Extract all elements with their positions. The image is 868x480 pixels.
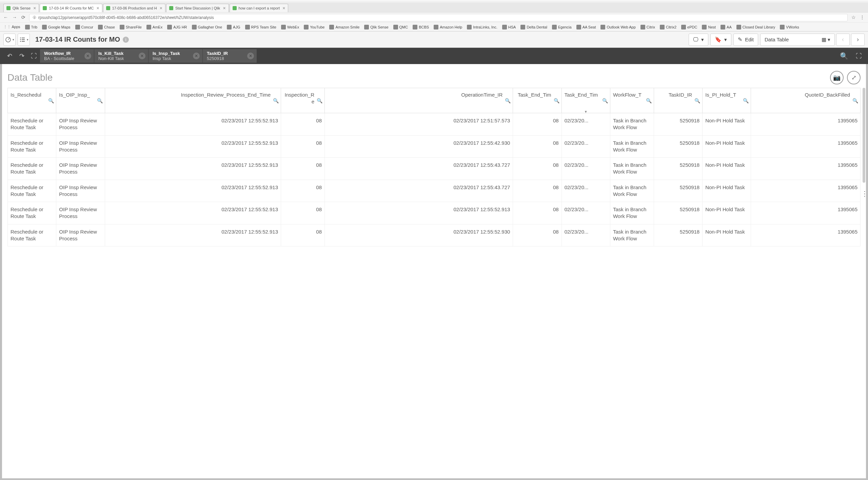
bookmark-item[interactable]: Citrix2 <box>660 25 676 29</box>
forward-button[interactable]: → <box>12 15 18 21</box>
browser-tab[interactable]: how can I export a report× <box>230 4 289 12</box>
table-row[interactable]: Reschedule or Route TaskOIP Insp Review … <box>8 113 861 136</box>
table-row[interactable]: Reschedule or Route TaskOIP Insp Review … <box>8 202 861 224</box>
bookmark-item[interactable]: AJG HR <box>167 25 187 29</box>
column-header[interactable]: Inspection_Review_Process_End_Time🔍 <box>105 88 281 113</box>
column-search-icon[interactable]: 🔍 <box>852 98 858 103</box>
bookmark-item[interactable]: HSA <box>502 25 516 29</box>
sheet-selector[interactable]: Data Table▦ ▾ <box>760 34 835 46</box>
bookmark-item[interactable]: QMC <box>393 25 408 29</box>
bookmark-item[interactable]: ePDC <box>681 25 697 29</box>
column-search-icon[interactable]: 🔍 <box>694 98 700 103</box>
column-header[interactable]: Task_End_Tim🔍▼ <box>561 88 610 113</box>
selection-clear-icon[interactable]: ✕ <box>247 53 254 59</box>
menu-icon[interactable]: ⋮ <box>859 15 865 21</box>
bookmark-item[interactable]: Closed Deal Library <box>736 25 775 29</box>
nav-menu-button[interactable] <box>3 34 16 46</box>
bookmark-item[interactable]: VWorks <box>780 25 799 29</box>
column-search-icon[interactable]: 🔍 <box>505 98 511 103</box>
bookmark-item[interactable]: Trib <box>25 25 38 29</box>
present-button[interactable]: 🖵▾ <box>689 34 708 46</box>
tab-close-icon[interactable]: × <box>96 5 99 11</box>
column-header[interactable]: Is_OIP_Insp_🔍 <box>56 88 105 113</box>
snapshot-button[interactable]: 📷 <box>830 71 844 84</box>
selection-clear-icon[interactable]: ✕ <box>84 53 91 59</box>
reload-button[interactable]: ⟳ <box>20 15 26 21</box>
selection-clear-icon[interactable]: ✕ <box>139 53 145 59</box>
bookmark-item[interactable]: Chase <box>98 25 115 29</box>
bookmark-item[interactable]: IntraLinks, Inc. <box>467 25 497 29</box>
selections-tool-button[interactable]: ⛶ <box>853 53 865 60</box>
selection-tag[interactable]: TaskID_IR5250918✕ <box>203 49 257 63</box>
clear-all-button[interactable]: ⛶ <box>28 50 40 62</box>
bookmark-item[interactable]: WebEx <box>281 25 299 29</box>
column-header[interactable]: Inspection_Re🔍 <box>281 88 325 113</box>
next-sheet-button[interactable]: › <box>851 34 865 46</box>
column-search-icon[interactable]: 🔍 <box>317 98 322 103</box>
bookmark-item[interactable]: ShareFile <box>120 25 142 29</box>
step-forward-button[interactable]: ↷ <box>16 50 28 62</box>
bookmark-item[interactable]: Qlik Sense <box>364 25 388 29</box>
bookmark-item[interactable]: AA <box>721 25 732 29</box>
bookmark-item[interactable]: BCBS <box>413 25 429 29</box>
bookmark-item[interactable]: AA Seat <box>576 25 596 29</box>
column-header[interactable]: Is_Reschedul🔍 <box>8 88 56 113</box>
data-table-object[interactable]: Is_Reschedul🔍Is_OIP_Insp_🔍Inspection_Rev… <box>7 88 861 246</box>
fullscreen-button[interactable]: ⤢ <box>847 71 861 84</box>
table-row[interactable]: Reschedule or Route TaskOIP Insp Review … <box>8 135 861 158</box>
column-search-icon[interactable]: 🔍 <box>743 98 749 103</box>
column-header[interactable]: Is_PI_Hold_T🔍 <box>703 88 751 113</box>
tab-close-icon[interactable]: × <box>282 5 285 11</box>
selection-clear-icon[interactable]: ✕ <box>193 53 200 59</box>
edit-button[interactable]: ✎Edit <box>733 34 758 46</box>
bookmark-item[interactable]: Amazon Smile <box>329 25 359 29</box>
column-search-icon[interactable]: 🔍 <box>48 98 54 103</box>
table-row[interactable]: Reschedule or Route TaskOIP Insp Review … <box>8 158 861 180</box>
url-input[interactable]: 🛈 rpsushclap12pp/sense/app/d570c88f-d045… <box>29 14 848 21</box>
column-header[interactable]: OperationTime_IR🔍 <box>325 88 513 113</box>
column-header[interactable]: Task_End_Tim🔍 <box>513 88 561 113</box>
bookmark-button[interactable]: 🔖▾ <box>710 34 731 46</box>
selection-tag[interactable]: Workflow_IRBA - Scottsdale✕ <box>40 49 94 63</box>
table-row[interactable]: Reschedule or Route TaskOIP Insp Review … <box>8 224 861 246</box>
table-more-button[interactable]: ⋮ <box>861 189 868 198</box>
back-button[interactable]: ← <box>3 15 9 21</box>
browser-tab[interactable]: 17-03-14 IR Counts for MC× <box>40 4 102 12</box>
column-search-icon[interactable]: 🔍 <box>273 98 279 103</box>
bookmark-item[interactable]: Concur <box>75 25 93 29</box>
bookmark-item[interactable]: YouTube <box>304 25 324 29</box>
step-back-button[interactable]: ↶ <box>3 50 16 62</box>
tab-close-icon[interactable]: × <box>160 5 162 11</box>
apps-button[interactable]: ⋮⋮ Apps <box>3 25 20 29</box>
smart-search-button[interactable]: 🔍 <box>835 52 853 60</box>
bookmark-item[interactable]: Amazon Help <box>434 25 462 29</box>
column-search-icon[interactable]: 🔍 <box>554 98 559 103</box>
column-search-icon[interactable]: 🔍 <box>602 98 608 103</box>
list-menu-button[interactable] <box>18 34 30 46</box>
bookmark-item[interactable]: Delta Dental <box>520 25 547 29</box>
bookmark-item[interactable]: Egencia <box>552 25 572 29</box>
column-search-icon[interactable]: 🔍 <box>646 98 652 103</box>
scrollbar-vertical[interactable] <box>863 88 865 183</box>
column-header[interactable]: WorkFlow_T🔍 <box>610 88 654 113</box>
browser-tab[interactable]: Start New Discussion | Qlik× <box>166 4 229 12</box>
prev-sheet-button[interactable]: ‹ <box>836 34 850 46</box>
browser-tab[interactable]: 17-03-06 Production and H× <box>103 4 165 12</box>
browser-tab[interactable]: Qlik Sense× <box>3 4 39 12</box>
bookmark-item[interactable]: AmEx <box>146 25 162 29</box>
bookmark-item[interactable]: Nest <box>702 25 716 29</box>
bookmark-item[interactable]: Gallagher One <box>192 25 222 29</box>
bookmark-item[interactable]: Outlook Web App <box>600 25 635 29</box>
tab-close-icon[interactable]: × <box>33 5 36 11</box>
selection-tag[interactable]: Is_Insp_TaskInsp Task✕ <box>149 49 203 63</box>
column-search-icon[interactable]: 🔍 <box>97 98 103 103</box>
bookmark-item[interactable]: Citrix <box>640 25 655 29</box>
table-row[interactable]: Reschedule or Route TaskOIP Insp Review … <box>8 180 861 202</box>
star-icon[interactable]: ☆ <box>850 15 856 21</box>
tab-close-icon[interactable]: × <box>223 5 225 11</box>
column-header[interactable]: TaskID_IR🔍 <box>654 88 702 113</box>
info-icon[interactable]: i <box>123 37 129 43</box>
bookmark-item[interactable]: RPS Team Site <box>245 25 276 29</box>
column-header[interactable]: QuoteID_BackFilled🔍 <box>751 88 861 113</box>
bookmark-item[interactable]: Google Maps <box>42 25 70 29</box>
